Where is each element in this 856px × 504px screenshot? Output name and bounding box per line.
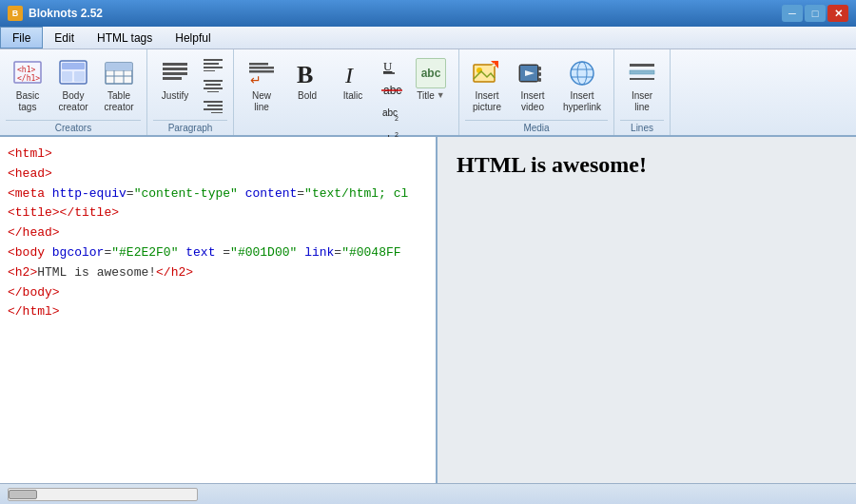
menu-html-tags[interactable]: HTML tags [86, 27, 164, 48]
svg-rect-4 [62, 63, 85, 69]
insert-video-label: Insertvideo [520, 90, 544, 113]
media-group-label: Media [465, 120, 608, 133]
code-line-5: </head> [8, 223, 428, 243]
strikethrough-button[interactable]: abc [377, 79, 407, 102]
preview-pane: HTML is awesome! [438, 137, 856, 483]
align-right-button[interactable] [199, 97, 227, 116]
font-format-buttons: ↵ Newline B Bold I [240, 53, 453, 149]
hyperlink-icon [567, 58, 597, 88]
basic-tags-icon: <h1> </h1> [12, 58, 43, 88]
underline-button[interactable]: U [377, 55, 407, 78]
svg-rect-16 [163, 77, 182, 80]
line-icon [627, 58, 657, 88]
video-icon [517, 58, 548, 88]
svg-rect-25 [204, 101, 223, 103]
svg-rect-29 [249, 63, 268, 66]
subscript-button[interactable]: abc 2 [377, 103, 407, 126]
menu-edit[interactable]: Edit [43, 27, 86, 48]
svg-rect-27 [204, 108, 223, 110]
svg-rect-59 [630, 78, 654, 80]
code-line-1: <html> [8, 145, 428, 165]
ribbon-group-media: + Insertpicture Insertvid [459, 49, 614, 135]
title-label-row: Title ▼ [417, 88, 444, 102]
preview-heading: HTML is awesome! [457, 152, 837, 178]
minimize-button[interactable]: ─ [782, 5, 803, 22]
insert-hyperlink-label: Inserthyperlink [563, 90, 601, 113]
basic-tags-label: Basictags [16, 90, 39, 113]
insert-line-button[interactable]: Inserline [620, 53, 664, 118]
titlebar-controls: ─ □ ✕ [782, 5, 848, 22]
code-line-2: <head> [8, 165, 428, 184]
italic-icon: I [338, 58, 368, 88]
svg-point-53 [571, 62, 593, 85]
lines-buttons: Inserline [620, 53, 664, 118]
format-small-buttons: U abc abc 2 [377, 55, 407, 149]
justify-label: Justify [162, 90, 188, 102]
insert-picture-label: Insertpicture [473, 90, 501, 113]
main-area: <html> <head> <meta http-equiv="content-… [0, 137, 856, 483]
ribbon-group-lines: Inserline Lines [614, 49, 671, 135]
menu-file[interactable]: File [0, 27, 43, 48]
table-creator-button[interactable]: Tablecreator [97, 53, 141, 118]
svg-rect-51 [538, 78, 541, 82]
svg-rect-18 [204, 63, 219, 65]
svg-rect-22 [205, 84, 221, 86]
svg-text:<h1>: <h1> [17, 66, 35, 74]
newline-icon: ↵ [246, 58, 277, 88]
insert-video-button[interactable]: Insertvideo [511, 53, 554, 118]
new-line-button[interactable]: ↵ Newline [240, 53, 283, 118]
scroll-thumb[interactable] [9, 490, 37, 499]
bold-button[interactable]: B Bold [285, 53, 329, 107]
ribbon: <h1> </h1> Basictags Bodycreator [0, 49, 856, 137]
svg-text:I: I [344, 63, 354, 87]
svg-text:B: B [297, 61, 313, 88]
title-button[interactable]: abc Title ▼ [409, 53, 453, 107]
horizontal-scrollbar[interactable] [8, 488, 198, 501]
svg-rect-19 [204, 67, 223, 68]
ribbon-group-paragraph: Justify [147, 49, 234, 135]
paragraph-group-label: Paragraph [153, 120, 227, 133]
bold-label: Bold [298, 90, 317, 102]
ribbon-group-font-format: ↵ Newline B Bold I [234, 49, 459, 135]
bold-icon: B [292, 58, 322, 88]
code-line-8: </body> [8, 283, 428, 303]
svg-text:+: + [492, 61, 496, 69]
svg-rect-14 [163, 68, 187, 70]
code-line-6: <body bgcolor="#E2E2F0" text ="#001D00" … [8, 243, 428, 263]
paragraph-buttons: Justify [153, 53, 227, 118]
body-creator-label: Bodycreator [58, 90, 88, 113]
code-line-7: <h2>HTML is awesome!</h2> [8, 263, 428, 283]
insert-line-label: Inserline [632, 90, 652, 113]
insert-hyperlink-button[interactable]: Inserthyperlink [556, 53, 608, 118]
new-line-label: Newline [252, 90, 271, 113]
svg-rect-49 [538, 67, 541, 70]
code-line-9: </html> [8, 302, 428, 322]
svg-rect-13 [163, 63, 187, 66]
insert-picture-button[interactable]: + Insertpicture [465, 53, 509, 118]
svg-rect-6 [74, 71, 85, 82]
svg-rect-17 [204, 59, 223, 61]
svg-rect-12 [106, 63, 132, 70]
basic-tags-button[interactable]: <h1> </h1> Basictags [6, 53, 49, 118]
lines-group-label: Lines [620, 120, 664, 133]
titlebar-left: B Bloknots 2.52 [8, 6, 103, 21]
svg-text:↵: ↵ [250, 72, 262, 87]
maximize-button[interactable]: □ [805, 5, 826, 22]
close-button[interactable]: ✕ [827, 5, 848, 22]
table-creator-label: Tablecreator [104, 90, 133, 113]
align-left-button[interactable] [199, 55, 227, 74]
italic-button[interactable]: I Italic [331, 53, 375, 107]
justify-button[interactable]: Justify [153, 53, 197, 107]
svg-rect-28 [211, 112, 223, 113]
code-line-4: <title></title> [8, 204, 428, 223]
svg-text:U: U [383, 59, 393, 73]
body-creator-button[interactable]: Bodycreator [51, 53, 95, 118]
svg-rect-24 [207, 91, 219, 92]
align-center-button[interactable] [199, 76, 227, 95]
svg-text:2: 2 [395, 115, 399, 122]
app-title: Bloknots 2.52 [29, 7, 103, 20]
editor-pane[interactable]: <html> <head> <meta http-equiv="content-… [0, 137, 438, 483]
menu-helpful[interactable]: Helpful [164, 27, 222, 48]
svg-rect-23 [204, 87, 223, 89]
statusbar [0, 483, 856, 504]
